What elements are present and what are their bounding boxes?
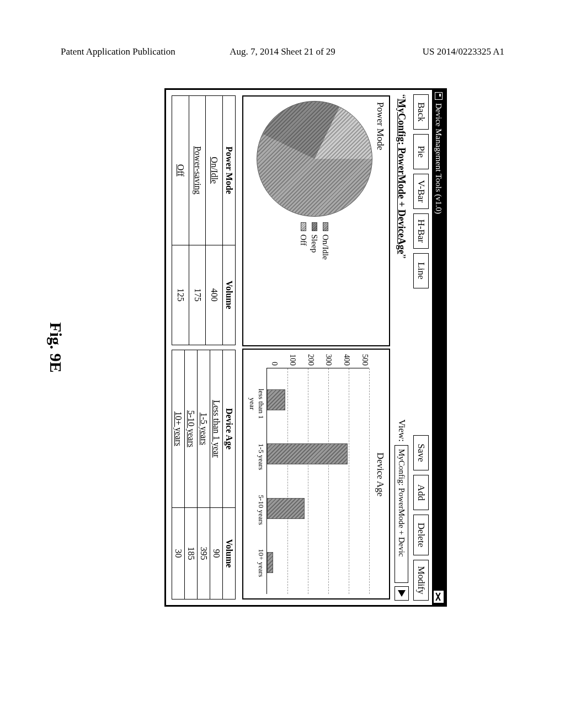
table-header: Device Age: [223, 350, 236, 508]
play-icon: [398, 590, 406, 597]
table-cell: 175: [189, 245, 206, 345]
pie-legend: On/Idle Sleep Off: [297, 222, 332, 260]
device-age-table: Device Age Volume Less than 1 year901-5 …: [172, 350, 236, 599]
swatch-icon: [312, 222, 317, 231]
titlebar: Device Management Tools (v1.0): [432, 90, 445, 605]
x-tick-label: 10+ years: [248, 547, 265, 580]
close-icon[interactable]: [434, 591, 444, 603]
vbar-button[interactable]: V-Bar: [413, 174, 429, 209]
header-mid: Aug. 7, 2014 Sheet 21 of 29: [230, 46, 335, 57]
table-row: On/Idle400: [206, 96, 223, 345]
bar-wrap: 500 400 300 200 100 0: [266, 354, 372, 594]
config-quote-open: “: [396, 94, 408, 99]
save-button[interactable]: Save: [413, 435, 429, 470]
header-left: Patent Application Publication: [61, 46, 175, 57]
view-selector: View: MyConfig: PowerMode + Devic: [395, 419, 409, 601]
table-cell: Less than 1 year: [210, 350, 223, 508]
table-cell: 125: [172, 245, 189, 345]
table-cell: 185: [185, 507, 198, 599]
table-cell: 10+ years: [172, 350, 185, 508]
pie-area: On/Idle Sleep Off: [257, 101, 372, 341]
table-row: Off125: [172, 96, 189, 345]
bar: [267, 552, 273, 573]
table-row: 1-5 years395: [198, 350, 210, 599]
device-age-panel: Device Age 500 400 300 200 100 0: [242, 349, 390, 599]
table-cell: 395: [198, 507, 210, 599]
legend-sleep: Sleep: [310, 222, 319, 260]
table-cell: Power-saving: [189, 96, 206, 245]
table-cell: 5-10 years: [185, 350, 198, 508]
power-mode-table: Power Mode Volume On/Idle400Power-saving…: [172, 95, 236, 345]
patent-page: Patent Application Publication Aug. 7, 2…: [0, 0, 565, 728]
page-header: Patent Application Publication Aug. 7, 2…: [61, 46, 504, 57]
table-cell: On/Idle: [206, 96, 223, 245]
line-button[interactable]: Line: [413, 253, 429, 288]
x-tick-label: 5-10 years: [248, 494, 265, 527]
swatch-icon: [323, 222, 328, 231]
delete-button[interactable]: Delete: [413, 515, 429, 555]
figure-wrapper: Device Management Tools (v1.0) Back Pie …: [83, 110, 502, 585]
app-window: Device Management Tools (v1.0) Back Pie …: [164, 88, 447, 607]
config-name: MyConfig: PowerMode + DeviceAge: [396, 99, 408, 254]
window-title: Device Management Tools (v1.0): [434, 103, 444, 214]
bar: [267, 498, 305, 519]
bar-plot: [266, 368, 369, 594]
table-cell: 30: [172, 507, 185, 599]
y-axis: 500 400 300 200 100 0: [270, 354, 369, 368]
figure-caption: Fig. 9E: [46, 322, 65, 373]
window-icon: [435, 92, 443, 100]
x-tick-label: less than 1 year: [248, 387, 265, 420]
table-row: Less than 1 year90: [210, 350, 223, 599]
table-header: Power Mode: [223, 96, 236, 245]
bar: [267, 389, 285, 410]
gridline: [369, 368, 370, 594]
table-cell: 400: [206, 245, 223, 345]
back-button[interactable]: Back: [413, 94, 429, 130]
power-mode-title: Power Mode: [375, 102, 386, 341]
panels: Power Mode On/Idle Sleep Off Device Age: [237, 90, 391, 605]
pie-hatch-overlay: [257, 101, 372, 216]
tables-row: Power Mode Volume On/Idle400Power-saving…: [166, 90, 237, 605]
table-row: Power-saving175: [189, 96, 206, 345]
power-mode-panel: Power Mode On/Idle Sleep Off: [242, 95, 390, 346]
table-cell: 90: [210, 507, 223, 599]
config-row: “ MyConfig: PowerMode + DeviceAge ” View…: [391, 90, 410, 605]
bars-container: [267, 368, 369, 594]
hbar-button[interactable]: H-Bar: [413, 213, 429, 249]
pie-button[interactable]: Pie: [413, 134, 429, 169]
view-select[interactable]: MyConfig: PowerMode + Devic: [395, 445, 409, 583]
modify-button[interactable]: Modify: [413, 560, 429, 601]
table-header: Volume: [223, 507, 236, 599]
table-row: 10+ years30: [172, 350, 185, 599]
header-right: US 2014/0223325 A1: [423, 46, 504, 57]
swatch-icon: [301, 222, 306, 231]
device-age-title: Device Age: [375, 355, 386, 594]
table-cell: 1-5 years: [198, 350, 210, 508]
config-quote-close: ”: [396, 254, 408, 259]
legend-off: Off: [299, 222, 308, 260]
pie-chart: [257, 101, 372, 217]
play-button[interactable]: [395, 586, 409, 601]
toolbar: Back Pie V-Bar H-Bar Line Save Add Delet…: [410, 90, 432, 605]
table-row: 5-10 years185: [185, 350, 198, 599]
x-axis-labels: less than 1 year1-5 years5-10 years10+ y…: [248, 354, 266, 594]
table-cell: Off: [172, 96, 189, 245]
x-tick-label: 1-5 years: [248, 440, 265, 473]
legend-onidle: On/Idle: [321, 222, 331, 260]
table-header: Volume: [223, 245, 236, 345]
view-label: View:: [396, 419, 407, 442]
bar: [267, 443, 348, 464]
svg-marker-0: [398, 590, 406, 597]
add-button[interactable]: Add: [413, 475, 429, 510]
